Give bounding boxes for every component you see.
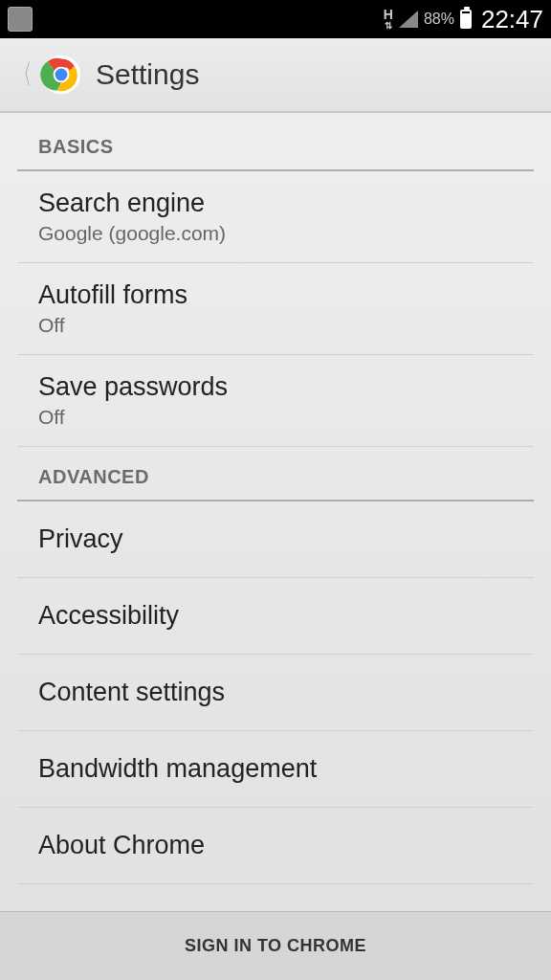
row-subtitle: Off	[38, 406, 513, 429]
page-title: Settings	[96, 58, 199, 91]
battery-icon	[460, 10, 472, 29]
footer-bar: SIGN IN TO CHROME	[0, 911, 551, 980]
row-subtitle: Off	[38, 314, 513, 337]
row-title: About Chrome	[38, 825, 513, 866]
network-label: H	[384, 9, 393, 21]
row-accessibility[interactable]: Accessibility	[17, 578, 534, 655]
row-about-chrome[interactable]: About Chrome	[17, 808, 534, 884]
row-privacy[interactable]: Privacy	[17, 501, 534, 578]
row-autofill-forms[interactable]: Autofill forms Off	[17, 263, 534, 355]
clock: 22:47	[481, 5, 543, 34]
row-title: Accessibility	[38, 595, 513, 636]
row-title: Content settings	[38, 672, 513, 713]
row-title: Autofill forms	[38, 280, 513, 310]
row-title: Bandwidth management	[38, 748, 513, 790]
row-title: Save passwords	[38, 372, 513, 402]
row-search-engine[interactable]: Search engine Google (google.com)	[17, 171, 534, 263]
advanced-list: Privacy Accessibility Content settings B…	[0, 501, 551, 884]
row-title: Privacy	[38, 519, 513, 560]
row-content-settings[interactable]: Content settings	[17, 655, 534, 731]
signal-icon	[399, 11, 418, 28]
basics-list: Search engine Google (google.com) Autofi…	[0, 171, 551, 447]
row-title: Search engine	[38, 189, 513, 218]
chrome-logo-icon[interactable]	[40, 54, 82, 96]
data-arrows-icon: ⇅	[385, 21, 392, 30]
section-header-basics: BASICS	[17, 113, 534, 171]
row-save-passwords[interactable]: Save passwords Off	[17, 355, 534, 447]
row-subtitle: Google (google.com)	[38, 222, 513, 245]
network-type-indicator: H ⇅	[384, 9, 393, 30]
status-bar: H ⇅ 88% 22:47	[0, 0, 551, 38]
app-header: 〈 Settings	[0, 38, 551, 113]
sign-in-button[interactable]: SIGN IN TO CHROME	[185, 936, 366, 956]
section-header-advanced: ADVANCED	[17, 447, 534, 501]
row-bandwidth-management[interactable]: Bandwidth management	[17, 731, 534, 808]
notification-app-icon	[8, 7, 33, 32]
battery-percentage: 88%	[424, 11, 454, 28]
back-icon[interactable]: 〈	[15, 56, 32, 93]
